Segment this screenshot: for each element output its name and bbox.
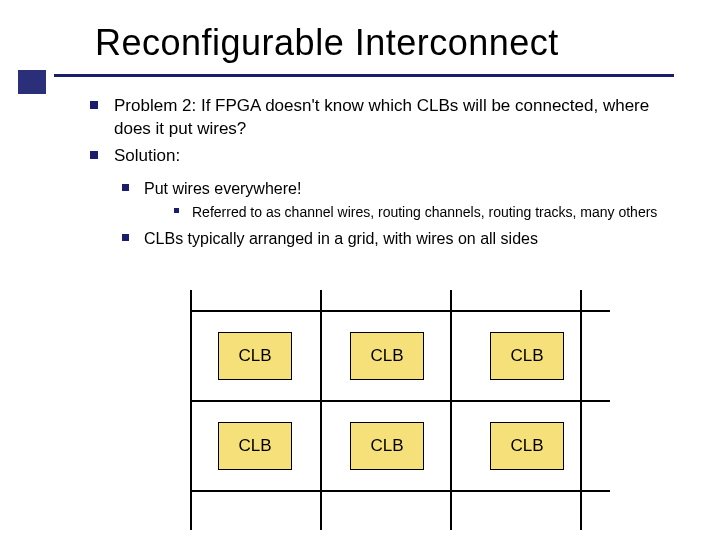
clb-box: CLB (218, 332, 292, 380)
slide-title: Reconfigurable Interconnect (95, 22, 720, 64)
bullet-problem: Problem 2: If FPGA doesn't know which CL… (90, 95, 660, 141)
title-accent-box (18, 70, 46, 94)
grid-vline (450, 290, 452, 530)
clb-box: CLB (350, 332, 424, 380)
clb-box: CLB (218, 422, 292, 470)
grid-vline (320, 290, 322, 530)
bullet-put-wires: Put wires everywhere! Referred to as cha… (122, 178, 660, 222)
grid-vline (580, 290, 582, 530)
clb-box: CLB (350, 422, 424, 470)
slide-content: Problem 2: If FPGA doesn't know which CL… (0, 77, 720, 250)
bullet-put-wires-text: Put wires everywhere! (144, 180, 301, 197)
bullet-solution: Solution: (90, 145, 660, 168)
bullet-referred: Referred to as channel wires, routing ch… (174, 203, 660, 222)
grid-hline (190, 310, 610, 312)
grid-hline (190, 400, 610, 402)
grid-vline (190, 290, 192, 530)
clb-box: CLB (490, 422, 564, 470)
clb-grid-diagram: CLB CLB CLB CLB CLB CLB (190, 290, 610, 530)
clb-box: CLB (490, 332, 564, 380)
grid-hline (190, 490, 610, 492)
bullet-grid: CLBs typically arranged in a grid, with … (122, 228, 660, 250)
